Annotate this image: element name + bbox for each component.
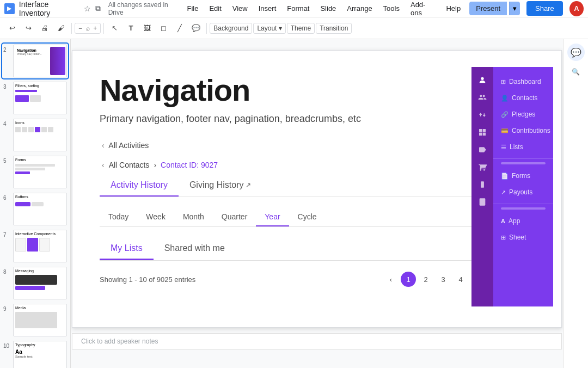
- transition-button[interactable]: Transition: [316, 23, 352, 34]
- tab-activity-label: Activity History: [111, 180, 168, 189]
- pagination-page-3[interactable]: 3: [436, 272, 451, 287]
- nav-menu-divider-1: [493, 158, 553, 159]
- pagination-prev[interactable]: ‹: [383, 272, 399, 287]
- star-icon[interactable]: ☆: [84, 4, 91, 13]
- period-tab-year[interactable]: Year: [256, 208, 289, 226]
- menu-format[interactable]: Format: [283, 2, 314, 15]
- pagination-info: Showing 1 - 10 of 9025 entries: [100, 275, 195, 284]
- nav-icon-people[interactable]: [476, 91, 489, 104]
- period-tab-week[interactable]: Week: [137, 208, 174, 226]
- paint-format-button[interactable]: 🖌: [53, 21, 69, 36]
- avatar[interactable]: A: [569, 1, 584, 16]
- sub-link-contacts[interactable]: All Contacts: [109, 161, 150, 169]
- present-button[interactable]: Present: [469, 2, 507, 15]
- shape-button[interactable]: ◻: [156, 21, 171, 36]
- slide-notes[interactable]: Click to add speaker notes: [72, 333, 562, 349]
- nav-menu-sheet[interactable]: ⊞ Sheet: [493, 229, 553, 246]
- slide-thumb-2[interactable]: 2 Navigation Primary nav, footer...: [2, 44, 68, 78]
- present-dropdown-button[interactable]: ▾: [509, 2, 520, 15]
- nav-icon-tablet[interactable]: [476, 195, 489, 208]
- share-button[interactable]: Share: [526, 1, 563, 16]
- tab-activity-history[interactable]: Activity History: [100, 175, 179, 197]
- nav-menu-contributions[interactable]: 💳 Contributions: [493, 122, 553, 139]
- separator-3: [206, 23, 207, 34]
- nav-icon-cart[interactable]: [476, 161, 489, 174]
- period-tab-cycle[interactable]: Cycle: [289, 208, 326, 226]
- nav-menu-pledges[interactable]: 🔗 Pledges: [493, 106, 553, 122]
- payouts-icon: ↗: [501, 189, 506, 196]
- nav-icon-person[interactable]: [476, 73, 489, 87]
- nav-menu-lists[interactable]: ☰ Lists: [493, 139, 553, 155]
- redo-button[interactable]: ↪: [21, 21, 36, 36]
- menu-arrange[interactable]: Arrange: [342, 2, 376, 15]
- menu-file[interactable]: File: [182, 2, 203, 15]
- app-icon: ▶: [4, 3, 15, 14]
- zoom-control[interactable]: − ⌕ +: [75, 23, 101, 34]
- comment-button[interactable]: 💬: [188, 21, 204, 36]
- nav-menu-dashboard[interactable]: ⊞ Dashboard: [493, 73, 553, 90]
- slides-icon[interactable]: ⧉: [95, 4, 101, 13]
- nav-menu-forms[interactable]: 📄 Forms: [493, 168, 553, 184]
- menu-help[interactable]: Help: [442, 2, 465, 15]
- contributions-icon: 💳: [501, 127, 509, 134]
- nav-menu-divider-2: [493, 204, 553, 204]
- nav-menu: ⊞ Dashboard 👤 Contacts 🔗 Pledges 💳 Contr…: [493, 67, 553, 306]
- toolbar: ↩ ↪ 🖨 🖌 − ⌕ + ↖ T 🖼 ◻ ╱ 💬 Background Lay…: [0, 17, 588, 39]
- menu-addons[interactable]: Add-ons: [406, 0, 439, 19]
- slide-thumb-9[interactable]: 9 Media: [2, 303, 68, 338]
- slide-thumb-3[interactable]: 3 Filters, sorting: [2, 81, 68, 115]
- background-button[interactable]: Background: [210, 23, 252, 34]
- nav-sidebar: [471, 67, 493, 306]
- menu-edit[interactable]: Edit: [205, 2, 225, 15]
- cursor-button[interactable]: ↖: [107, 21, 122, 36]
- back-arrow: ‹: [102, 141, 105, 150]
- text-button[interactable]: T: [123, 21, 138, 36]
- breadcrumb-link[interactable]: All Activities: [108, 141, 149, 150]
- menu-slide[interactable]: Slide: [316, 2, 340, 15]
- menu-tools[interactable]: Tools: [379, 2, 404, 15]
- tab-giving-history[interactable]: Giving History ↗: [179, 175, 262, 197]
- nav-preview: ⊞ Dashboard 👤 Contacts 🔗 Pledges 💳 Contr…: [471, 67, 553, 306]
- print-button[interactable]: 🖨: [37, 21, 52, 36]
- rt-comment-button[interactable]: 💬: [567, 44, 585, 61]
- list-tab-shared[interactable]: Shared with me: [154, 238, 236, 260]
- theme-button[interactable]: Theme: [287, 23, 315, 34]
- slide-thumb-10[interactable]: 10 Typography Aa Sample text: [2, 340, 68, 368]
- slide-canvas[interactable]: Navigation Primary navigation, footer na…: [72, 50, 562, 328]
- lists-tabs: My Lists Shared with me: [100, 238, 534, 261]
- period-tab-today[interactable]: Today: [100, 208, 137, 226]
- lists-label: Lists: [510, 143, 523, 151]
- pagination-page-2[interactable]: 2: [418, 272, 433, 287]
- pagination-page-4[interactable]: 4: [453, 272, 468, 287]
- slide-thumb-6[interactable]: 6 Buttons: [2, 192, 68, 226]
- lists-icon: ☰: [501, 144, 506, 151]
- menu-view[interactable]: View: [228, 2, 252, 15]
- period-tab-quarter[interactable]: Quarter: [213, 208, 256, 226]
- slide-img-8: Messaging: [13, 267, 67, 299]
- slide-thumb-4[interactable]: 4 Icons: [2, 118, 68, 152]
- nav-menu-contacts[interactable]: 👤 Contacts: [493, 90, 553, 106]
- undo-button[interactable]: ↩: [4, 21, 20, 36]
- slide-thumb-5[interactable]: 5 Forms: [2, 155, 68, 189]
- separator-2: [103, 23, 104, 34]
- pagination-page-1[interactable]: 1: [401, 272, 416, 287]
- period-tab-month[interactable]: Month: [174, 208, 213, 226]
- nav-menu-app[interactable]: A App: [493, 213, 553, 229]
- image-button[interactable]: 🖼: [139, 21, 155, 36]
- nav-icon-arrows[interactable]: [476, 108, 489, 121]
- slide-thumb-7[interactable]: 7 Interactive Components: [2, 229, 68, 263]
- layout-button[interactable]: Layout ▾: [253, 23, 285, 34]
- nav-icon-grid[interactable]: [476, 126, 489, 139]
- document-title[interactable]: Interface Inventory: [19, 0, 78, 17]
- nav-icon-phone[interactable]: [476, 178, 489, 191]
- menu-insert[interactable]: Insert: [254, 2, 281, 15]
- rt-explore-button[interactable]: 🔍: [567, 63, 585, 81]
- nav-menu-payouts[interactable]: ↗ Payouts: [493, 184, 553, 200]
- list-tab-my-lists[interactable]: My Lists: [100, 238, 154, 260]
- save-status: All changes saved in Drive: [108, 1, 181, 16]
- slide-num-7: 7: [3, 232, 11, 238]
- nav-icon-tag[interactable]: [476, 143, 489, 156]
- line-button[interactable]: ╱: [172, 21, 187, 36]
- slide-thumb-8[interactable]: 8 Messaging: [2, 266, 68, 300]
- slide-num-4: 4: [3, 121, 11, 127]
